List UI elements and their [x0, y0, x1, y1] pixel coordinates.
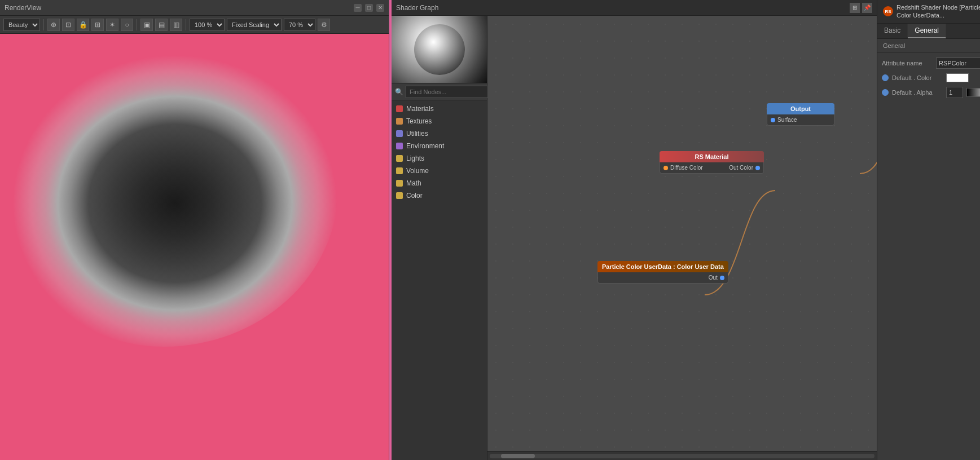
- shader-graph-header: Shader Graph ⊞ 📌: [392, 0, 877, 16]
- close-button[interactable]: ✕: [376, 4, 384, 12]
- find-nodes-bar: 🔍: [392, 83, 487, 100]
- default-color-row: Default . Color: [882, 73, 980, 82]
- utilities-label: Utilities: [406, 130, 428, 138]
- region-icon[interactable]: ▤: [155, 19, 168, 31]
- render-toolbar: Beauty ⊕ ⊡ 🔒 ⊞ ✶ ○ ▣ ▤ ▥ 100 % Fixed Sca…: [0, 16, 389, 34]
- props-tabs: Basic General: [877, 24, 980, 39]
- diffuse-color-port-dot[interactable]: [663, 166, 668, 170]
- particle-color-header: Particle Color UserData : Color User Dat…: [597, 261, 728, 272]
- category-materials[interactable]: Materials: [392, 103, 487, 115]
- default-alpha-row: Default . Alpha: [882, 87, 980, 98]
- render-titlebar: RenderView ─ □ ✕: [0, 0, 389, 16]
- properties-panel: RS Redshift Shader Node [Particle Color …: [877, 0, 980, 460]
- default-color-radio[interactable]: [882, 74, 889, 81]
- maximize-button[interactable]: □: [365, 4, 373, 12]
- attribute-name-input[interactable]: [936, 58, 980, 69]
- toolbar-sep-2: [137, 19, 137, 30]
- alpha-value-input[interactable]: [946, 87, 963, 98]
- zoom-select[interactable]: 100 %: [190, 19, 225, 31]
- render-canvas: [0, 34, 389, 460]
- minimize-button[interactable]: ─: [354, 4, 362, 12]
- graph-area: Output Surface RS Material: [487, 16, 877, 460]
- surface-port-row: Surface: [771, 117, 830, 123]
- toolbar-sep-1: [43, 19, 44, 30]
- asterisk-icon[interactable]: ✶: [106, 19, 118, 31]
- view-mode-select[interactable]: Beauty: [3, 19, 40, 31]
- crop-icon[interactable]: ⊡: [62, 19, 74, 31]
- render-view: RenderView ─ □ ✕ Beauty ⊕ ⊡ 🔒 ⊞ ✶ ○ ▣ ▤ …: [0, 0, 389, 460]
- dock-icon[interactable]: ⊞: [850, 3, 860, 13]
- category-color[interactable]: Color: [392, 189, 487, 202]
- tab-basic[interactable]: Basic: [877, 24, 908, 38]
- lights-label: Lights: [406, 154, 424, 162]
- environment-label: Environment: [406, 142, 444, 150]
- default-color-label: Default . Color: [892, 74, 943, 81]
- category-utilities[interactable]: Utilities: [392, 127, 487, 140]
- circle-icon[interactable]: ○: [121, 19, 133, 31]
- grid-icon[interactable]: ⊞: [91, 19, 104, 31]
- quality-select[interactable]: 70 %: [284, 19, 315, 31]
- render-icon[interactable]: ▣: [140, 19, 153, 31]
- rs-material-node[interactable]: RS Material Diffuse Color Out Color: [660, 151, 764, 174]
- default-alpha-label: Default . Alpha: [892, 89, 943, 96]
- attribute-name-row: Attribute name +: [882, 58, 980, 69]
- toolbar-sep-3: [186, 19, 186, 30]
- props-body: Attribute name + Default . Color Default…: [877, 53, 980, 103]
- nodes-tree: Materials Textures Utilities Environment…: [392, 100, 487, 460]
- rs-logo-text: RS: [885, 9, 891, 14]
- out-port-dot[interactable]: [720, 276, 724, 280]
- particle-color-node[interactable]: Particle Color UserData : Color User Dat…: [597, 261, 728, 284]
- sphere-inner: [414, 24, 465, 75]
- region2-icon[interactable]: ▥: [170, 19, 182, 31]
- window-controls: ─ □ ✕: [354, 4, 384, 12]
- settings-icon[interactable]: ⚙: [318, 19, 330, 31]
- scaling-select[interactable]: Fixed Scaling: [227, 19, 282, 31]
- output-ports-left: Surface: [767, 117, 834, 123]
- alpha-slider[interactable]: [966, 88, 980, 97]
- math-icon: [396, 180, 403, 187]
- rs-logo-icon: RS: [883, 6, 893, 16]
- category-math[interactable]: Math: [392, 177, 487, 189]
- node-panel: 🔍 Materials Textures Utilities: [392, 16, 487, 460]
- category-volume[interactable]: Volume: [392, 165, 487, 177]
- rs-material-ports-left: Diffuse Color: [660, 165, 726, 171]
- scrollbar-thumb[interactable]: [501, 454, 535, 458]
- color-swatch[interactable]: [946, 73, 969, 82]
- category-environment[interactable]: Environment: [392, 140, 487, 152]
- utilities-icon: [396, 130, 403, 137]
- output-node[interactable]: Output Surface: [767, 103, 834, 126]
- default-alpha-radio[interactable]: [882, 89, 889, 96]
- diffuse-color-port-label: Diffuse Color: [670, 165, 703, 171]
- materials-icon: [396, 105, 403, 112]
- camera-icon[interactable]: ⊕: [47, 19, 60, 31]
- category-textures[interactable]: Textures: [392, 115, 487, 127]
- out-color-port-dot[interactable]: [755, 166, 760, 170]
- rs-material-header: RS Material: [660, 151, 764, 162]
- shader-graph-body: 🔍 Materials Textures Utilities: [392, 16, 877, 460]
- textures-icon: [396, 118, 403, 125]
- environment-icon: [396, 143, 403, 149]
- tab-general[interactable]: General: [908, 24, 946, 38]
- rs-material-body: Diffuse Color Out Color: [660, 162, 764, 174]
- output-node-header: Output: [767, 103, 834, 114]
- category-lights[interactable]: Lights: [392, 152, 487, 165]
- props-section-title: General: [877, 39, 980, 53]
- find-nodes-input[interactable]: [406, 86, 491, 98]
- particle-color-ports-right: Out: [598, 275, 728, 281]
- textures-label: Textures: [406, 117, 432, 125]
- search-icon: 🔍: [395, 88, 403, 96]
- out-color-port-row: Out Color: [729, 165, 760, 171]
- lights-icon: [396, 155, 403, 162]
- shader-graph-title: Shader Graph: [396, 4, 438, 12]
- particle-color-body: Out: [597, 272, 728, 284]
- graph-scrollbar: [487, 451, 877, 460]
- lock-icon[interactable]: 🔒: [77, 19, 89, 31]
- out-port-row: Out: [709, 275, 724, 281]
- surface-port-dot[interactable]: [771, 118, 775, 122]
- cloud-shape: [11, 48, 339, 347]
- scrollbar-track[interactable]: [490, 454, 874, 458]
- surface-port-label: Surface: [777, 117, 797, 123]
- color-label: Color: [406, 192, 423, 200]
- graph-canvas[interactable]: Output Surface RS Material: [487, 16, 877, 451]
- pin-icon[interactable]: 📌: [862, 3, 872, 13]
